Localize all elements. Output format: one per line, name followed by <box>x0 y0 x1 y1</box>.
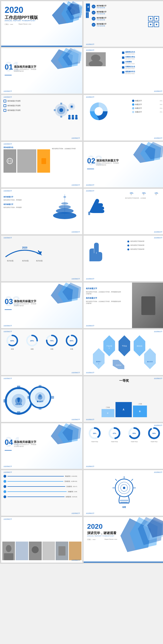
slide18-3rd-label: 三等奖 <box>102 406 114 408</box>
slide4-sub-3: 相关说明文字添加 <box>125 63 135 64</box>
slide23-photos <box>2 542 81 560</box>
section-01-click[interactable]: 点击添加文字 <box>3 90 12 92</box>
section-03-num: 03 <box>5 298 13 305</box>
slide12-click[interactable]: 点击添加文字 <box>154 237 162 239</box>
slide5-items: 相关标题文字说明 相关标题文字说明 相关标题文字说明 <box>3 100 20 112</box>
slide7-click-bottom[interactable]: 点击添加文字 <box>71 184 80 186</box>
toc-item-3-texts: 相关标题文字 THE HEADLINE <box>97 17 106 20</box>
slide9-click[interactable]: 点击添加文字 <box>3 190 12 192</box>
slide18-2nd: 二等奖 B <box>133 403 147 417</box>
gear-svg <box>50 98 80 122</box>
section-04-divider <box>5 450 12 450</box>
svg-text:65%: 65% <box>133 432 136 434</box>
slide21-dot-1 <box>3 475 6 478</box>
slide21-click-bottom[interactable]: 点击添加文字 <box>71 512 80 514</box>
slide-pyramid: 点击添加文字 相关标题文字 相关说明文字添加，简明扼要 相关标题文字 相关说明文… <box>1 188 82 234</box>
slide6-label-2: 标题文字 25% <box>132 103 162 106</box>
slide12-row-2: 相关说明文字添加内容 <box>127 244 162 246</box>
slide11-click[interactable]: 点击添加文字 <box>3 237 12 239</box>
slide6-click-bottom[interactable]: 点击添加文字 <box>154 137 162 139</box>
svg-text:节目盒: 节目盒 <box>122 345 127 347</box>
slide7-desc: 相关说明文字添加，点击修改文字内容 <box>52 148 80 150</box>
toc-num-1: 01 <box>92 5 95 8</box>
slides-grid: 2020 工作总结PPT模版 ANNUAL REPORT POWERPOINT … <box>0 0 163 564</box>
toc-item-1-texts: 相关标题文字 THE HEADLINE <box>97 5 106 8</box>
slide21-text-1: 筹备阶段（4.10-25） <box>65 475 78 478</box>
section-04-click[interactable]: 点击添加文字 <box>3 466 12 468</box>
slide15-click-bottom[interactable]: 点击添加文字 <box>71 372 80 374</box>
slide17-click-bottom[interactable]: 点击添加文字 <box>71 418 80 421</box>
slide22-click[interactable]: 点击添加文字 <box>154 471 162 474</box>
slide4-label-4: 后期协议企业 相关说明文字添加 <box>125 66 135 69</box>
slide-donuts: 点击添加文字 38% YOUR TITLE 47% YOUR TITLE <box>83 423 163 469</box>
svg-point-139 <box>6 545 11 552</box>
slide20-donut-1: 38% YOUR TITLE <box>88 427 101 442</box>
svg-point-33 <box>68 115 71 117</box>
slide-toc: 目录 CONTENT 01 相关标题文字 THE HEADLINE 02 相关标… <box>83 1 163 47</box>
toc-item-2: 02 相关标题文字 THE HEADLINE <box>92 11 106 14</box>
slide-circles: 点击添加文字 60% 标题 25% 标题 <box>1 329 82 375</box>
slide4-click[interactable]: 点击添加文字 <box>86 49 94 51</box>
section-04-title: 添加相关标题文字 <box>14 440 36 444</box>
slide6-dot-4 <box>132 111 134 113</box>
svg-line-135 <box>115 479 117 481</box>
slide11-click-bottom[interactable]: 点击添加文字 <box>71 278 80 280</box>
svg-text:相关标题: 相关标题 <box>36 260 43 262</box>
slide5-checkbox-2 <box>3 104 6 107</box>
cover-title-cn: 工作总结PPT模版 <box>5 15 38 20</box>
slide4-dot-4 <box>122 66 124 68</box>
slide10-click[interactable]: 点击添加文字 <box>86 190 94 192</box>
section-02-click[interactable]: 点击添加文字 <box>86 184 94 186</box>
svg-rect-28 <box>54 109 56 111</box>
slide5-click-bottom[interactable]: 点击添加文字 <box>71 137 80 139</box>
slide6-click[interactable]: 点击添加文字 <box>86 96 94 98</box>
toc-text-3: 相关标题文字 <box>97 17 106 19</box>
svg-rect-106 <box>27 396 30 399</box>
slide23-click[interactable]: 点击添加文字 <box>3 518 12 520</box>
slide12-text-1: 相关说明文字添加内容 <box>130 240 144 242</box>
slide23-click-bottom[interactable]: 点击添加文字 <box>71 559 80 562</box>
slide18-click[interactable]: 点击添加文字 <box>154 378 162 380</box>
slide12-click-bottom[interactable]: 点击添加文字 <box>86 278 94 280</box>
circle-25-svg: 25% <box>26 334 38 347</box>
slide6-val-4: 25% <box>160 111 162 113</box>
end-reporter: 汇报人：xxxx <box>87 538 95 541</box>
slide15-click[interactable]: 点击添加文字 <box>3 331 12 333</box>
slide10-click-bottom[interactable]: 点击添加文字 <box>154 231 162 233</box>
slide20-click-bottom[interactable]: 点击添加文字 <box>86 466 94 468</box>
slide4-label-1: 诚意联合主办 相关说明文字添加 <box>125 51 135 54</box>
building-icon <box>41 158 46 164</box>
svg-text:90%: 90% <box>70 340 73 342</box>
slide17-click[interactable]: 点击添加文字 <box>3 378 12 380</box>
slide9-click-bottom[interactable]: 点击添加文字 <box>71 231 80 233</box>
photo1-icon <box>2 542 15 560</box>
slide12-row-1: 相关说明文字添加内容 <box>127 240 162 242</box>
toc-right-icon <box>147 15 161 30</box>
slide7-click-top[interactable]: 点击添加文字 <box>3 143 12 145</box>
slide22-click-bottom[interactable]: 点击添加文字 <box>86 512 94 514</box>
donut-65-svg: 65% <box>128 427 141 440</box>
slide4-item-2: 后期协办单位 相关说明文字添加 <box>122 56 163 60</box>
slide4-click-right[interactable]: 点击添加文字 <box>154 90 162 92</box>
slide-awards: 点击添加文字 一等奖 三等奖 C A 二等奖 B 点击添加文字 <box>83 376 163 422</box>
slide20-click[interactable]: 点击添加文字 <box>154 424 162 426</box>
section-03-click[interactable]: 点击添加文字 <box>3 325 12 327</box>
slide5-click[interactable]: 点击添加文字 <box>3 96 12 98</box>
slide18-click-bottom[interactable]: 点击添加文字 <box>86 418 94 421</box>
svg-rect-29 <box>67 109 69 111</box>
slide16-click-bottom[interactable]: 点击添加文字 <box>86 372 94 374</box>
section-02-subtitle: 点击输入本栏的具体文字，简明扼要的说明分项内容 <box>96 162 120 166</box>
slide4-photo <box>86 52 106 66</box>
slide6-text-2: 标题文字 <box>135 104 142 106</box>
pyramid-svg <box>51 192 79 220</box>
slide18-1st-bar: A <box>116 402 132 417</box>
svg-marker-84 <box>93 348 105 369</box>
toc-click-text[interactable]: 点击添加文字 <box>86 44 94 46</box>
slide-hexagons: 点击添加文字 节目盒 产品介绍 B 展览交流 展播推广 C 活动互动 赢在游游 <box>83 329 163 375</box>
slide14-click-bottom[interactable]: 点击添加文字 <box>86 325 94 327</box>
slide9-text: 相关标题文字 相关说明文字添加，简明扼要 相关标题文字 相关说明文字添加，简明扼… <box>3 196 34 208</box>
slide16-click[interactable]: 点击添加文字 <box>154 331 162 333</box>
slide21-click[interactable]: 点击添加文字 <box>3 471 12 474</box>
svg-rect-26 <box>60 103 62 104</box>
slide15-label-1: 标题 <box>6 348 19 350</box>
